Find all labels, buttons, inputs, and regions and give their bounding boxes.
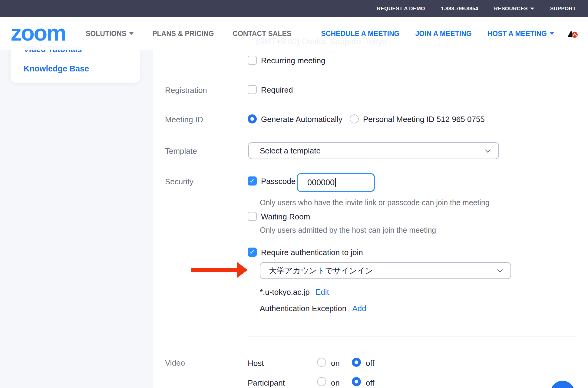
primary-nav: SOLUTIONS PLANS & PRICING CONTACT SALES — [86, 17, 291, 50]
nav-schedule-meeting[interactable]: SCHEDULE A MEETING — [321, 30, 400, 38]
section-divider — [248, 337, 577, 337]
nav-join-label: JOIN A MEETING — [415, 30, 471, 38]
chevron-down-icon — [497, 267, 503, 272]
nav-host-meeting[interactable]: HOST A MEETING — [487, 30, 554, 38]
participant-video-on-label: on — [331, 378, 340, 388]
require-authentication-label: Require authentication to join — [261, 248, 363, 257]
nav-host-label: HOST A MEETING — [487, 30, 547, 38]
meeting-id-label: Meeting ID — [165, 115, 203, 124]
nav-solutions-label: SOLUTIONS — [86, 30, 126, 38]
auth-method-select[interactable]: 大学アカウントでサインイン — [260, 262, 511, 279]
host-video-off-radio[interactable] — [352, 358, 361, 367]
template-select[interactable]: Select a template — [248, 142, 499, 159]
passcode-value: 000000 — [307, 178, 335, 187]
nav-join-meeting[interactable]: JOIN A MEETING — [415, 30, 471, 38]
edit-auth-domain-link[interactable]: Edit — [315, 288, 329, 297]
nav-schedule-label: SCHEDULE A MEETING — [321, 30, 400, 38]
main-header: zoom SOLUTIONS PLANS & PRICING CONTACT S… — [0, 17, 588, 50]
passcode-checkbox[interactable]: ✓ — [248, 176, 257, 186]
nav-solutions[interactable]: SOLUTIONS — [86, 30, 134, 38]
chevron-down-icon — [550, 32, 554, 35]
security-label: Security — [165, 177, 193, 186]
template-label: Template — [165, 146, 197, 156]
utility-bar: REQUEST A DEMO 1.888.799.8854 RESOURCES … — [0, 0, 588, 17]
resources-label: RESOURCES — [494, 6, 528, 12]
zoom-logo[interactable]: zoom — [11, 22, 65, 44]
request-demo-label: REQUEST A DEMO — [377, 6, 425, 12]
registration-required-checkbox[interactable] — [248, 85, 257, 94]
auth-exception-row: Authentication Exception Add — [260, 304, 366, 313]
registration-label: Registration — [165, 86, 207, 95]
video-host-label: Host — [248, 359, 264, 368]
nav-plans-pricing[interactable]: PLANS & PRICING — [152, 30, 214, 38]
add-auth-exception-link[interactable]: Add — [352, 304, 366, 313]
waiting-room-checkbox[interactable] — [248, 212, 257, 221]
phone-number-label: 1.888.799.8854 — [441, 6, 478, 12]
waiting-room-label: Waiting Room — [261, 212, 310, 222]
passcode-input[interactable]: 000000 — [297, 173, 375, 192]
auth-domain-text: *.u-tokyo.ac.jp — [260, 288, 310, 297]
auth-exception-label: Authentication Exception — [260, 304, 346, 313]
personal-meeting-id-radio[interactable] — [350, 114, 359, 123]
host-video-on-radio[interactable] — [317, 358, 326, 367]
nav-plans-label: PLANS & PRICING — [152, 30, 214, 38]
personal-meeting-id-label: Personal Meeting ID 512 965 0755 — [363, 115, 485, 124]
passcode-label: Passcode — [261, 177, 296, 186]
nav-contact-sales[interactable]: CONTACT SALES — [233, 30, 291, 38]
avatar-mountain-image — [567, 28, 578, 39]
sidebar-item-knowledge-base[interactable]: Knowledge Base — [24, 64, 89, 74]
require-authentication-checkbox[interactable]: ✓ — [248, 248, 257, 257]
user-avatar[interactable] — [567, 28, 578, 39]
participant-video-off-label: off — [366, 378, 374, 388]
video-label: Video — [165, 358, 185, 368]
chevron-down-icon — [129, 32, 134, 35]
passcode-hint: Only users who have the invite link or p… — [260, 198, 490, 207]
chevron-down-icon — [485, 147, 491, 153]
support-link[interactable]: SUPPORT — [550, 6, 576, 12]
help-chat-button[interactable] — [550, 381, 575, 388]
video-participant-label: Participant — [248, 378, 285, 388]
support-label: SUPPORT — [550, 6, 576, 12]
template-select-value: Select a template — [260, 146, 321, 156]
auth-method-value: 大学アカウントでサインイン — [269, 265, 373, 276]
red-arrow-annotation — [191, 262, 248, 278]
host-video-off-label: off — [366, 359, 374, 368]
generate-automatically-label: Generate Automatically — [261, 115, 342, 124]
recurring-meeting-checkbox[interactable] — [248, 56, 257, 65]
nav-contact-label: CONTACT SALES — [233, 30, 291, 38]
participant-video-off-radio[interactable] — [352, 377, 361, 386]
participant-video-on-radio[interactable] — [317, 377, 326, 386]
recurring-meeting-label: Recurring meeting — [261, 56, 325, 65]
text-cursor — [335, 178, 336, 187]
generate-automatically-radio[interactable] — [248, 114, 257, 123]
host-video-on-label: on — [331, 359, 340, 368]
waiting-room-hint: Only users admitted by the host can join… — [260, 226, 436, 235]
phone-number-link[interactable]: 1.888.799.8854 — [441, 6, 478, 12]
auth-domain-row: *.u-tokyo.ac.jp Edit — [260, 288, 329, 297]
registration-required-label: Required — [261, 85, 293, 95]
request-demo-link[interactable]: REQUEST A DEMO — [377, 6, 425, 12]
chevron-down-icon — [530, 8, 534, 10]
resources-menu[interactable]: RESOURCES — [494, 6, 534, 12]
meeting-nav: SCHEDULE A MEETING JOIN A MEETING HOST A… — [321, 17, 554, 50]
zoom-schedule-meeting-page: Live Training (GMT+9:00) Osaka, Sapporo,… — [0, 0, 588, 388]
